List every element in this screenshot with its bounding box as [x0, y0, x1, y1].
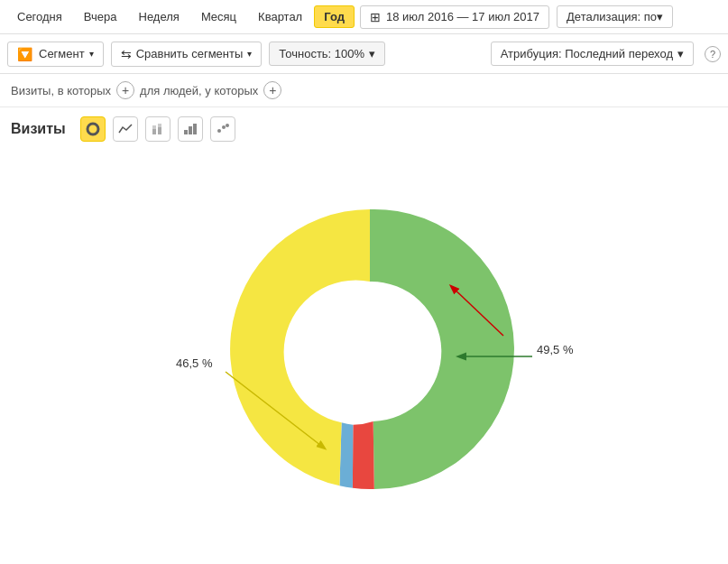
svg-rect-6: [189, 126, 192, 134]
svg-point-10: [226, 124, 229, 127]
svg-rect-7: [193, 124, 197, 134]
chevron-down-icon: ▾: [657, 10, 663, 23]
chart-type-bar[interactable]: [178, 116, 203, 142]
svg-point-9: [222, 125, 226, 129]
btn-yesterday[interactable]: Вчера: [74, 5, 127, 28]
compare-label: Сравнить сегменты: [136, 47, 244, 60]
segment-red[interactable]: [353, 421, 374, 489]
svg-point-0: [88, 124, 98, 134]
visits-label: Визиты, в которых: [11, 84, 111, 97]
btn-year[interactable]: Год: [314, 5, 355, 28]
btn-week[interactable]: Неделя: [129, 5, 189, 28]
help-icon[interactable]: ?: [705, 46, 721, 62]
compare-button[interactable]: ⇆ Сравнить сегменты ▾: [111, 42, 263, 67]
calendar-icon: ⊞: [370, 10, 381, 24]
svg-rect-2: [152, 125, 156, 129]
attribution-button[interactable]: Атрибуция: Последний переход ▾: [491, 42, 694, 66]
svg-rect-4: [158, 124, 161, 127]
accuracy-label: Точность: 100%: [279, 47, 364, 60]
detail-button[interactable]: Детализация: по ▾: [557, 5, 673, 28]
date-range-button[interactable]: ⊞ 18 июл 2016 — 17 июл 2017: [360, 5, 549, 29]
segment-bar: Визиты, в которых + для людей, у которых…: [0, 74, 728, 107]
chart-type-donut[interactable]: [80, 116, 106, 142]
chart-title: Визиты: [11, 121, 66, 137]
btn-month[interactable]: Месяц: [191, 5, 246, 28]
people-label: для людей, у которых: [140, 84, 258, 97]
chevron-down-icon: ▾: [369, 47, 375, 60]
label-green: 49,5 %: [537, 343, 574, 356]
points-icon: [216, 122, 230, 136]
add-visits-button[interactable]: +: [116, 81, 134, 99]
funnel-icon: 🔽: [17, 47, 32, 61]
svg-point-8: [217, 129, 221, 133]
line-icon: [118, 122, 133, 136]
chevron-down-icon: ▾: [677, 47, 684, 60]
label-yellow: 46,5 %: [176, 356, 213, 370]
segment-label: Сегмент: [39, 47, 85, 60]
segment-blue[interactable]: [339, 422, 353, 488]
bar-stacked-icon: [151, 122, 165, 136]
donut-hole: [305, 284, 435, 414]
date-range-label: 18 июл 2016 — 17 июл 2017: [386, 10, 539, 23]
chart-type-points[interactable]: [210, 116, 235, 142]
chart-type-line[interactable]: [113, 116, 138, 142]
donut-chart: 46,5 % 49,5 %: [0, 160, 728, 530]
donut-icon: [86, 122, 100, 136]
accuracy-button[interactable]: Точность: 100% ▾: [269, 42, 385, 66]
btn-quarter[interactable]: Квартал: [248, 5, 312, 28]
top-bar: Сегодня Вчера Неделя Месяц Квартал Год ⊞…: [0, 0, 728, 34]
svg-rect-3: [158, 127, 161, 134]
attribution-label: Атрибуция: Последний переход: [501, 47, 673, 60]
svg-rect-5: [184, 130, 188, 134]
chart-type-bar-stacked[interactable]: [145, 116, 170, 142]
segment-button[interactable]: 🔽 Сегмент ▾: [7, 42, 104, 67]
chevron-down-icon: ▾: [89, 49, 94, 59]
chart-toolbar: Визиты: [0, 107, 728, 151]
svg-rect-1: [152, 129, 156, 134]
btn-today[interactable]: Сегодня: [7, 5, 72, 28]
chart-area: 46,5 % 49,5 %: [0, 151, 728, 539]
compare-icon: ⇆: [121, 47, 132, 61]
detail-label: Детализация: по: [567, 10, 657, 23]
add-people-button[interactable]: +: [263, 81, 281, 99]
bar-icon: [183, 122, 198, 136]
filter-bar: 🔽 Сегмент ▾ ⇆ Сравнить сегменты ▾ Точнос…: [0, 34, 728, 74]
chevron-down-icon: ▾: [247, 49, 252, 59]
